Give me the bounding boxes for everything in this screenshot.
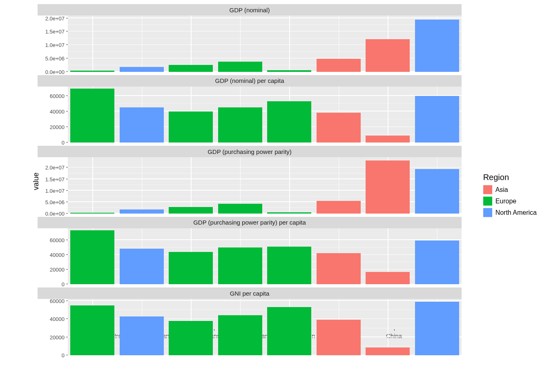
bar	[218, 247, 262, 285]
bar	[267, 212, 311, 214]
plot-panel	[68, 87, 462, 143]
facet: GDP (nominal)0.0e+005.0e+061.0e+071.5e+0…	[38, 4, 462, 72]
bar	[415, 241, 459, 285]
legend-item: Europe	[483, 197, 537, 206]
y-tick-label: 5.0e+06	[45, 199, 65, 205]
bar	[366, 347, 410, 355]
y-tick-label: 60000	[50, 93, 65, 99]
faceted-bar-chart: value GDP (nominal)0.0e+005.0e+061.0e+07…	[4, 4, 462, 388]
facet: GDP (nominal) per capita0200004000060000	[38, 75, 462, 143]
y-tick-label: 0	[62, 140, 65, 146]
legend-title: Region	[483, 173, 537, 182]
y-tick-label: 0	[62, 281, 65, 287]
legend-item-label: Europe	[495, 198, 517, 205]
y-tick-label: 0.0e+00	[45, 210, 65, 216]
y-tick-label: 40000	[50, 316, 65, 322]
y-tick-label: 1.0e+07	[45, 42, 65, 48]
bar	[366, 39, 410, 72]
bar	[70, 230, 114, 284]
bar	[218, 62, 262, 71]
y-tick-label: 20000	[50, 334, 65, 340]
plot-panel	[68, 228, 462, 285]
facet: GDP (purchasing power parity)0.0e+005.0e…	[38, 146, 462, 214]
bar	[317, 113, 361, 143]
bar	[415, 169, 459, 214]
bar	[267, 101, 311, 143]
y-tick-label: 2.0e+07	[45, 165, 65, 171]
legend-item: North America	[483, 208, 537, 217]
facet-title: GNI per capita	[38, 287, 462, 299]
bar	[169, 111, 213, 143]
y-tick-label: 40000	[50, 108, 65, 114]
bar	[70, 89, 114, 143]
bar	[218, 107, 262, 143]
bar	[70, 71, 114, 71]
facets-column: value GDP (nominal)0.0e+005.0e+061.0e+07…	[38, 4, 462, 359]
bar	[120, 249, 164, 284]
y-tick-label: 60000	[50, 298, 65, 304]
y-tick-label: 2.0e+07	[45, 15, 65, 21]
y-tick-label: 1.0e+07	[45, 187, 65, 194]
bar	[169, 252, 213, 285]
bar	[317, 253, 361, 284]
bar	[317, 59, 361, 72]
bar	[120, 107, 164, 143]
bar	[218, 204, 262, 214]
legend-item: Asia	[483, 185, 537, 194]
bar	[366, 136, 410, 143]
facet: GNI per capita0200004000060000	[38, 287, 462, 355]
bar	[415, 96, 459, 143]
facet: GDP (purchasing power parity) per capita…	[38, 217, 462, 285]
legend-swatch-icon	[483, 197, 492, 206]
bar	[120, 209, 164, 214]
legend-item-label: Asia	[495, 186, 508, 194]
facet-title: GDP (nominal) per capita	[38, 75, 462, 87]
y-tick-label: 40000	[50, 252, 65, 258]
y-tick-label: 5.0e+06	[45, 55, 65, 61]
bar	[267, 247, 311, 284]
facet-title: GDP (purchasing power parity)	[38, 146, 462, 157]
bar	[70, 213, 114, 214]
y-tick-label: 20000	[50, 267, 65, 273]
y-tick-label: 20000	[50, 124, 65, 130]
plot-panel	[68, 157, 462, 214]
legend-swatch-icon	[483, 208, 492, 217]
plot-panel	[68, 299, 462, 355]
bar	[317, 201, 361, 213]
bar	[317, 320, 361, 355]
bar	[120, 67, 164, 71]
y-tick-label: 0	[62, 352, 65, 358]
bar	[415, 302, 459, 355]
facet-title: GDP (nominal)	[38, 4, 462, 16]
y-tick-label: 1.5e+07	[45, 176, 65, 182]
bar	[366, 272, 410, 284]
bar	[70, 305, 114, 355]
bar	[366, 160, 410, 214]
y-tick-label: 0.0e+00	[45, 69, 65, 75]
legend-item-label: North America	[495, 209, 537, 216]
bar	[169, 207, 213, 214]
plot-panel	[68, 16, 462, 72]
y-tick-label: 1.5e+07	[45, 29, 65, 35]
facet-title: GDP (purchasing power parity) per capita	[38, 217, 462, 228]
bar	[267, 70, 311, 72]
bar	[169, 321, 213, 355]
bar	[169, 65, 213, 72]
bar	[267, 307, 311, 355]
bar	[120, 316, 164, 355]
legend-swatch-icon	[483, 185, 492, 194]
bar	[415, 20, 459, 71]
legend: Region AsiaEuropeNorth America	[483, 173, 537, 220]
y-tick-label: 60000	[50, 237, 65, 243]
bar	[218, 315, 262, 355]
